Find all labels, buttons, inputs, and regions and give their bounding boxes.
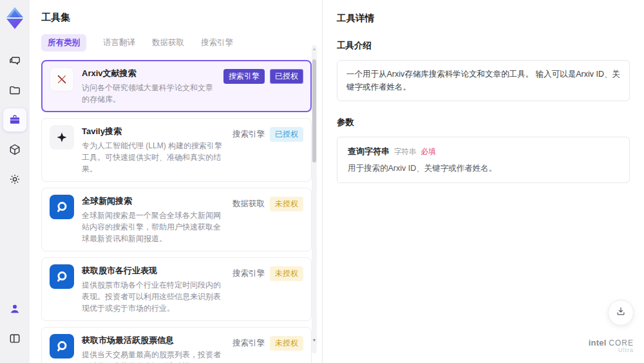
tab-search-engine[interactable]: 搜索引擎 — [201, 34, 233, 52]
param-type: 字符串 — [394, 147, 417, 157]
params-section-title: 参数 — [337, 117, 630, 128]
scroll-up-icon[interactable]: ▲ — [312, 46, 317, 52]
app-logo-icon[interactable] — [3, 5, 26, 31]
category-label: 数据获取 — [232, 199, 265, 210]
sidebar-item-profile[interactable] — [3, 297, 26, 320]
tool-card-tavily[interactable]: Tavily搜索 专为人工智能代理 (LLM) 构建的搜索引擎工具。可快速提供实… — [41, 118, 312, 182]
layout-panel-icon — [8, 332, 21, 345]
tavily-star-icon — [50, 125, 74, 150]
category-label: 搜索引擎 — [232, 129, 265, 140]
auth-status-badge: 未授权 — [270, 266, 303, 281]
tool-list: Arxiv文献搜索 访问各个研究领域大量科学论文和文章的存储库。 搜索引擎 已授… — [41, 60, 312, 363]
category-badge: 搜索引擎 — [223, 69, 265, 84]
tool-description: 提供当天交易量最高的股票列表，投资者可以利用这些信息来识别流动性强的股票和潜在的… — [82, 349, 225, 363]
category-tabs: 所有类别 语言翻译 数据获取 搜索引擎 — [41, 34, 322, 52]
sidebar-item-files[interactable] — [3, 79, 26, 102]
arxiv-logo-icon — [50, 67, 74, 92]
param-required-flag: 必填 — [421, 147, 436, 157]
news-q-icon — [50, 264, 74, 289]
app-window: 工具集 所有类别 语言翻译 数据获取 搜索引擎 Arxiv文献搜索 访问各个研究… — [0, 0, 644, 363]
tool-detail-panel: 工具详情 工具介绍 一个用于从Arxiv存储库搜索科学论文和文章的工具。 输入可… — [322, 0, 644, 363]
tab-language-translation[interactable]: 语言翻译 — [103, 34, 135, 52]
sidebar — [0, 0, 30, 363]
briefcase-icon — [8, 113, 21, 126]
intel-core-logo: intel core Ultra — [589, 338, 634, 354]
auth-status-badge: 未授权 — [270, 197, 303, 211]
auth-status-badge: 已授权 — [270, 127, 303, 142]
page-title: 工具集 — [41, 12, 322, 24]
tool-name: 全球新闻搜索 — [82, 195, 225, 207]
sidebar-item-settings[interactable] — [3, 168, 26, 191]
tool-card-global-news[interactable]: 全球新闻搜索 全球新闻搜索是一个聚合全球各大新闻网站内容的搜索引擎，帮助用户快速… — [41, 188, 312, 251]
tool-name: 获取市场最活跃股票信息 — [82, 335, 225, 346]
list-scrollbar[interactable]: ▲ ▼ — [312, 45, 317, 353]
parameter-card: 查询字符串 字符串 必填 用于搜索的Arxiv ID、关键字或作者姓名。 — [337, 137, 630, 183]
intel-wordmark: intel — [589, 338, 607, 348]
sidebar-item-chat[interactable] — [3, 49, 26, 72]
scrollbar-thumb[interactable] — [312, 59, 316, 162]
download-button[interactable] — [608, 300, 634, 326]
intro-section-title: 工具介绍 — [337, 40, 630, 52]
chat-bubbles-icon — [8, 54, 21, 67]
tool-intro-text: 一个用于从Arxiv存储库搜索科学论文和文章的工具。 输入可以是Arxiv ID… — [337, 60, 630, 101]
tool-name: Arxiv文献搜索 — [82, 68, 216, 79]
tool-list-panel: 工具集 所有类别 语言翻译 数据获取 搜索引擎 Arxiv文献搜索 访问各个研究… — [30, 0, 322, 363]
tool-description: 专为人工智能代理 (LLM) 构建的搜索引擎工具。可快速提供实时、准确和真实的结… — [82, 140, 225, 175]
tool-description: 访问各个研究领域大量科学论文和文章的存储库。 — [82, 82, 216, 105]
folder-icon — [8, 84, 21, 97]
sidebar-item-panel-toggle[interactable] — [3, 327, 26, 350]
tool-name: Tavily搜索 — [82, 126, 225, 137]
category-label: 搜索引擎 — [232, 338, 265, 349]
param-name: 查询字符串 — [348, 146, 390, 157]
tab-all-categories[interactable]: 所有类别 — [41, 34, 86, 52]
param-description: 用于搜索的Arxiv ID、关键字或作者姓名。 — [348, 163, 619, 174]
tool-description: 提供股票市场各个行业在特定时间段内的表现。投资者可以利用这些信息来识别表现优于或… — [82, 279, 225, 314]
download-icon — [615, 306, 627, 320]
core-wordmark: core — [609, 338, 634, 348]
user-icon — [8, 302, 21, 315]
auth-status-badge: 已授权 — [270, 69, 303, 84]
news-q-icon — [50, 334, 74, 358]
sidebar-item-tools[interactable] — [3, 108, 26, 132]
core-sub-label: Ultra — [589, 348, 634, 354]
news-q-icon — [50, 195, 74, 219]
tool-card-arxiv[interactable]: Arxiv文献搜索 访问各个研究领域大量科学论文和文章的存储库。 搜索引擎 已授… — [41, 60, 312, 112]
tool-name: 获取股市各行业表现 — [82, 265, 225, 277]
auth-status-badge: 未授权 — [270, 336, 303, 351]
gear-icon — [8, 173, 21, 186]
tool-card-most-active-stocks[interactable]: 获取市场最活跃股票信息 提供当天交易量最高的股票列表，投资者可以利用这些信息来识… — [41, 327, 312, 363]
detail-title: 工具详情 — [337, 12, 630, 25]
tool-card-sector-performance[interactable]: 获取股市各行业表现 提供股票市场各个行业在特定时间段内的表现。投资者可以利用这些… — [41, 257, 312, 321]
tab-data-acquisition[interactable]: 数据获取 — [152, 34, 184, 52]
scroll-down-icon[interactable]: ▼ — [312, 338, 317, 343]
cube-icon — [8, 143, 21, 156]
sidebar-item-models[interactable] — [3, 138, 26, 161]
category-label: 搜索引擎 — [232, 268, 265, 279]
tool-description: 全球新闻搜索是一个聚合全球各大新闻网站内容的搜索引擎，帮助用户快速获取全球最新资… — [82, 210, 225, 244]
